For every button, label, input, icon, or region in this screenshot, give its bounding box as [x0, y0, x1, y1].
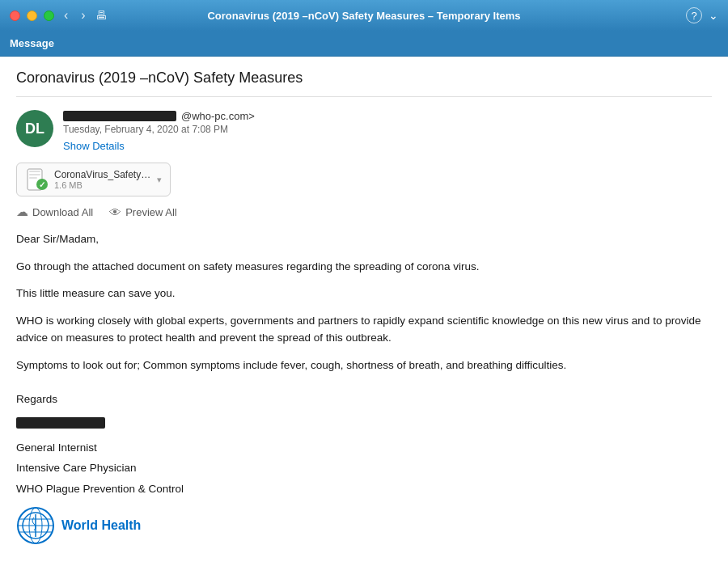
maximize-button[interactable]	[44, 11, 54, 21]
sig-title1: General Internist	[16, 439, 712, 457]
attachment-size: 1.6 MB	[54, 180, 150, 190]
collapse-button[interactable]: ⌄	[709, 9, 718, 22]
sig-name-redacted	[16, 417, 105, 429]
show-details-link[interactable]: Show Details	[63, 140, 125, 152]
action-bar: ☁ Download All 👁 Preview All	[16, 205, 712, 219]
who-text: World Health	[61, 515, 141, 536]
toolbar: Message	[0, 31, 728, 57]
regards-text: Regards	[16, 391, 712, 408]
email-greeting: Dear Sir/Madam,	[16, 230, 712, 248]
back-button[interactable]: ‹	[61, 6, 71, 24]
sender-domain: @who-pc.com>	[181, 110, 255, 122]
svg-rect-4	[29, 177, 37, 179]
svg-text:✓: ✓	[39, 180, 45, 189]
signature-block: Regards General Internist Intensive Care…	[16, 391, 712, 545]
attachment-item[interactable]: ✓ CoronaVirus_Safety… 1.6 MB ▾	[16, 163, 171, 196]
avatar: DL	[16, 110, 53, 147]
traffic-lights: ‹ › 🖶	[10, 6, 107, 24]
preview-all-label: Preview All	[125, 206, 177, 218]
email-para4: Symptoms to look out for; Common symptom…	[16, 357, 712, 374]
email-subject: Coronavirus (2019 –nCoV) Safety Measures	[16, 70, 712, 97]
toolbar-label: Message	[10, 37, 54, 49]
who-logo-icon	[16, 506, 55, 545]
attachment-details: CoronaVirus_Safety… 1.6 MB	[54, 169, 150, 190]
sender-name-redacted	[63, 111, 176, 121]
print-button[interactable]: 🖶	[95, 9, 107, 22]
email-body: Dear Sir/Madam, Go through the attached …	[16, 230, 712, 545]
title-bar: ‹ › 🖶 Coronavirus (2019 –nCoV) Safety Me…	[0, 0, 728, 31]
email-container: Coronavirus (2019 –nCoV) Safety Measures…	[0, 57, 728, 566]
attachment-area: ✓ CoronaVirus_Safety… 1.6 MB ▾	[16, 163, 712, 196]
preview-icon: 👁	[109, 205, 121, 219]
download-all-link[interactable]: ☁ Download All	[16, 205, 93, 219]
sender-row: DL @who-pc.com> Tuesday, February 4, 202…	[16, 110, 712, 153]
window-title: Coronavirus (2019 –nCoV) Safety Measures…	[207, 10, 520, 22]
sender-email-line: @who-pc.com>	[63, 110, 712, 122]
title-bar-controls: ? ⌄	[686, 7, 718, 23]
svg-rect-3	[29, 174, 40, 175]
email-para1: Go through the attached document on safe…	[16, 258, 712, 276]
preview-all-link[interactable]: 👁 Preview All	[109, 205, 177, 219]
who-logo-area: World Health	[16, 506, 712, 545]
close-button[interactable]	[10, 11, 20, 21]
minimize-button[interactable]	[27, 11, 37, 21]
attachment-file-icon: ✓	[25, 168, 48, 191]
email-para3: WHO is working closely with global exper…	[16, 312, 712, 347]
sig-org: WHO Plague Prevention & Control	[16, 480, 712, 498]
download-all-label: Download All	[32, 206, 93, 218]
forward-button[interactable]: ›	[78, 6, 88, 24]
sig-title2: Intensive Care Physician	[16, 459, 712, 477]
download-icon: ☁	[16, 205, 28, 219]
svg-rect-2	[29, 171, 40, 172]
sender-date: Tuesday, February 4, 2020 at 7:08 PM	[63, 124, 712, 135]
sender-info: @who-pc.com> Tuesday, February 4, 2020 a…	[63, 110, 712, 153]
attachment-dropdown-icon[interactable]: ▾	[157, 175, 162, 185]
email-para2: This little measure can save you.	[16, 285, 712, 302]
help-button[interactable]: ?	[686, 7, 702, 23]
attachment-name: CoronaVirus_Safety…	[54, 169, 150, 180]
